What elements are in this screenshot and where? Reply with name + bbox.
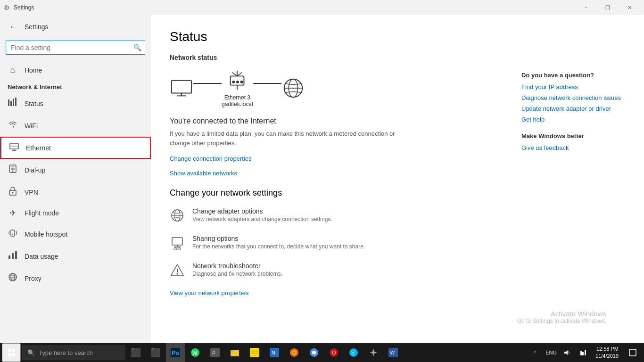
svg-point-78 <box>372 351 375 354</box>
svg-rect-45 <box>174 248 177 250</box>
setting-item-adapter-text: Change adapter options View network adap… <box>192 207 332 222</box>
tray-eng[interactable]: ENG <box>544 343 559 362</box>
taskbar-settings-icon[interactable] <box>364 343 383 362</box>
svg-line-31 <box>237 73 242 76</box>
diagnose-link[interactable]: Diagnose network connection issues <box>521 94 625 101</box>
svg-rect-46 <box>178 248 181 250</box>
sidebar-item-wifi-label: WiFi <box>25 122 38 130</box>
sidebar: ← Settings 🔍 ⌂ Home Network & Internet S… <box>0 15 151 343</box>
adapter-icon <box>170 208 185 225</box>
window-title: Settings <box>14 4 575 11</box>
sidebar-app-title: Settings <box>25 23 49 31</box>
ethernet-icon <box>9 141 19 154</box>
svg-point-32 <box>232 81 235 83</box>
app-body: ← Settings 🔍 ⌂ Home Network & Internet S… <box>0 15 644 343</box>
tray-chevron[interactable]: ^ <box>528 343 543 362</box>
flightmode-icon: ✈ <box>8 208 18 218</box>
sidebar-item-flightmode[interactable]: ✈ Flight mode <box>0 203 151 223</box>
give-feedback-link[interactable]: Give us feedback <box>521 144 625 151</box>
svg-text:W: W <box>390 350 395 355</box>
svg-text:W: W <box>192 350 198 356</box>
svg-text:#: # <box>212 350 215 355</box>
svg-rect-52 <box>8 349 11 352</box>
proxy-icon <box>8 272 18 285</box>
update-adapter-link[interactable]: Update network adapter or driver <box>521 105 625 112</box>
setting-item-adapter[interactable]: Change adapter options View network adap… <box>170 207 503 225</box>
taskbar-firefox-icon[interactable] <box>285 343 304 362</box>
page-title: Status <box>170 29 503 44</box>
taskbar-search-label: Type here to search <box>39 349 93 356</box>
network-diagram: Ethernet 3 gaditek.local <box>170 69 503 107</box>
close-button[interactable]: ✕ <box>619 0 640 15</box>
taskbar-network-icon[interactable]: N <box>265 343 284 362</box>
taskbar-search-box[interactable]: 🔍 Type here to search <box>22 345 125 360</box>
taskbar-word-icon[interactable]: W <box>384 343 403 362</box>
svg-text:O: O <box>332 350 336 355</box>
svg-rect-64 <box>250 348 259 357</box>
router-node: Ethernet 3 gaditek.local <box>222 69 253 107</box>
back-button[interactable]: ← <box>8 21 19 33</box>
taskbar-sticky-icon[interactable] <box>245 343 264 362</box>
search-input[interactable] <box>6 41 145 55</box>
start-button[interactable] <box>2 343 21 362</box>
maximize-button[interactable]: ❐ <box>597 0 619 15</box>
taskbar-file-mgr-icon[interactable] <box>225 343 244 362</box>
taskbar-time-display[interactable]: 12:58 PM <box>595 346 619 353</box>
status-icon <box>8 97 18 110</box>
taskbar-photoshop-icon[interactable]: Ps <box>166 343 185 362</box>
sidebar-item-mobilehotspot[interactable]: Mobile hotspot <box>0 223 151 245</box>
change-connection-link[interactable]: Change connection properties <box>170 155 503 162</box>
tray-network[interactable] <box>576 343 591 362</box>
sidebar-item-vpn[interactable]: VPN <box>0 181 151 203</box>
sidebar-item-wifi[interactable]: WiFi <box>0 115 151 137</box>
svg-rect-83 <box>582 352 584 355</box>
setting-item-troubleshooter[interactable]: Network troubleshooter Diagnose and fix … <box>170 262 503 280</box>
taskbar-whatsapp-icon[interactable]: W <box>186 343 205 362</box>
taskbar-search-icon: 🔍 <box>27 349 35 356</box>
svg-text:S: S <box>351 350 355 355</box>
taskbar-file-explorer-icon[interactable]: ⬛ <box>146 343 165 362</box>
taskbar-chrome-icon[interactable] <box>305 343 323 362</box>
setting-item-sharing[interactable]: Sharing options For the networks that yo… <box>170 235 503 253</box>
sidebar-item-proxy[interactable]: Proxy <box>0 267 151 289</box>
sidebar-item-ethernet[interactable]: Ethernet <box>0 137 151 159</box>
svg-point-16 <box>12 234 13 235</box>
svg-point-34 <box>240 81 243 83</box>
view-network-link[interactable]: View your network properties <box>170 289 503 296</box>
svg-line-30 <box>232 73 238 76</box>
sidebar-item-status-label: Status <box>25 100 43 107</box>
show-networks-link[interactable]: Show available networks <box>170 170 503 177</box>
sidebar-item-status[interactable]: Status <box>0 92 151 115</box>
find-ip-link[interactable]: Find your IP address <box>521 83 625 90</box>
svg-rect-15 <box>11 230 15 236</box>
sidebar-item-home[interactable]: ⌂ Home <box>0 60 151 80</box>
taskbar-calc-icon[interactable]: # <box>206 343 224 362</box>
sidebar-item-datausage[interactable]: Data usage <box>0 245 151 267</box>
window-controls: − ❐ ✕ <box>575 0 640 15</box>
taskbar-clock: 12:58 PM 11/4/2019 <box>592 346 622 360</box>
network-line-2 <box>253 83 281 84</box>
get-help-link[interactable]: Get help <box>521 116 625 123</box>
taskbar-date-display[interactable]: 11/4/2019 <box>595 353 619 360</box>
svg-marker-81 <box>564 350 568 355</box>
taskbar-opera-icon[interactable]: O <box>324 343 343 362</box>
network-device-name: Ethernet 3 gaditek.local <box>222 94 253 107</box>
tray-volume[interactable] <box>560 343 575 362</box>
feedback-title: Make Windows better <box>521 132 625 140</box>
sidebar-search-container: 🔍 <box>6 41 145 55</box>
svg-rect-2 <box>13 99 14 106</box>
connected-desc: If you have a limited data plan, you can… <box>170 129 405 148</box>
svg-rect-28 <box>231 76 244 85</box>
taskbar: 🔍 Type here to search ⬛ ⬛ Ps W # <box>0 343 644 362</box>
svg-rect-25 <box>172 81 191 93</box>
minimize-button[interactable]: − <box>575 0 597 15</box>
taskbar-skype-icon[interactable]: S <box>344 343 363 362</box>
taskbar-action-center-icon[interactable]: ⬛ <box>126 343 145 362</box>
svg-point-73 <box>312 351 316 354</box>
question-title: Do you have a question? <box>521 72 625 79</box>
svg-rect-17 <box>8 255 10 259</box>
titlebar: ⚙ Settings − ❐ ✕ <box>0 0 644 15</box>
notification-button[interactable] <box>623 343 642 362</box>
internet-node <box>281 76 305 100</box>
sidebar-item-dialup[interactable]: Dial-up <box>0 159 151 181</box>
